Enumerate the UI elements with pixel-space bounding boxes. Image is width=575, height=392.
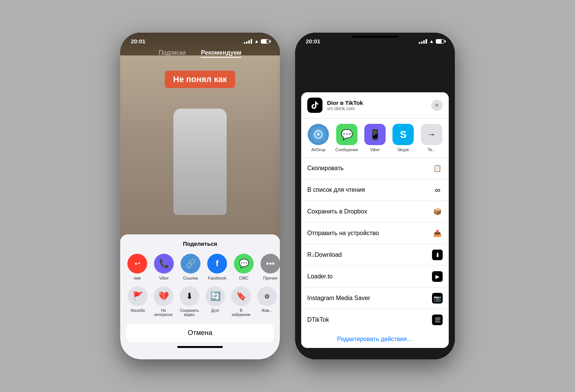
status-bar-left: 20:01 ▲ — [120, 33, 280, 47]
action-not-interested[interactable]: 💔 Не интересно — [154, 286, 173, 317]
menu-send-device[interactable]: Отправить на устройство 📤 — [301, 223, 449, 244]
action-favorite[interactable]: 🔖 В избранное — [231, 286, 251, 317]
share-apps-row: ↩ ние 📞 Viber 🔗 Ссылка — [120, 251, 280, 284]
battery-icon-right — [436, 39, 444, 44]
favorite-label: В избранное — [231, 308, 251, 317]
ios-share-sheet: Dior в TikTok vm.tiktok.com ✕ AirDrop — [301, 92, 449, 348]
skype-label: Skype — [397, 147, 409, 152]
ios-app-skype[interactable]: S Skype — [391, 124, 416, 152]
ios-apps-row: AirDrop 💬 Сообщения 📱 Viber S — [301, 119, 449, 158]
facebook-label: Facebook — [208, 276, 226, 280]
share-app-facebook[interactable]: f Facebook — [204, 254, 230, 280]
video-area — [120, 33, 280, 253]
action-live[interactable]: ⚙ Жив... — [257, 286, 277, 317]
copy-icon: 📋 — [432, 163, 443, 174]
airdrop-label: AirDrop — [311, 147, 326, 152]
figure-overlay — [173, 109, 227, 215]
share-sheet-left: Поделиться ↩ ние 📞 Viber � — [120, 234, 280, 359]
ios-app-airdrop[interactable]: AirDrop — [306, 124, 331, 152]
dtiktok-label: DTikTok — [307, 316, 329, 323]
cut-app-label: ние — [134, 276, 141, 280]
send-device-icon: 📤 — [432, 228, 443, 239]
ios-app-more-cut[interactable]: → Te... — [419, 124, 444, 152]
not-interested-label: Не интересно — [154, 308, 173, 317]
cancel-button[interactable]: Отмена — [126, 324, 274, 342]
send-device-label: Отправить на устройство — [307, 230, 379, 237]
sms-label: СМС — [239, 276, 249, 280]
share-header: Dior в TikTok vm.tiktok.com ✕ — [301, 92, 449, 119]
nav-recommended[interactable]: Рекомендуем — [201, 49, 241, 58]
menu-loader-to[interactable]: Loader.to ▶ — [301, 266, 449, 288]
more-label: Прочее — [263, 276, 278, 280]
share-app-viber[interactable]: 📞 Viber — [151, 254, 177, 280]
tiktok-nav: Подписки Рекомендуем — [120, 49, 280, 58]
menu-copy[interactable]: Скопировать 📋 — [301, 158, 449, 179]
status-time-left: 20:01 — [131, 38, 145, 44]
share-app-title: Dior в TikTok — [327, 100, 427, 106]
close-button[interactable]: ✕ — [431, 100, 443, 111]
messages-label: Сообщения — [335, 147, 358, 152]
status-time-right: 20:01 — [306, 38, 320, 44]
home-indicator-left — [177, 346, 223, 348]
status-icons-left: ▲ — [244, 38, 269, 44]
rdownload-label: R↓Download — [307, 251, 342, 258]
loader-to-label: Loader.to — [307, 273, 333, 280]
share-app-sms[interactable]: 💬 СМС — [230, 254, 257, 280]
share-app-cut[interactable]: ↩ ние — [124, 254, 151, 280]
edit-actions[interactable]: Редактировать действия… — [301, 330, 449, 348]
instagram-saver-label: Instagram Media Saver — [307, 295, 370, 302]
menu-dropbox[interactable]: Сохранить в Dropbox 📦 — [301, 201, 449, 223]
battery-icon — [261, 39, 269, 44]
menu-dtiktok[interactable]: DTikTok 🎬 — [301, 309, 449, 330]
action-save-video[interactable]: ⬇ Сохранить видео — [179, 286, 199, 317]
ios-viber-label: Viber — [370, 147, 380, 152]
share-header-info: Dior в TikTok vm.tiktok.com — [327, 100, 427, 111]
nav-following[interactable]: Подписки — [159, 49, 186, 58]
menu-reading-list[interactable]: В список для чтения ∞ — [301, 179, 449, 201]
ios-app-viber[interactable]: 📱 Viber — [362, 124, 388, 152]
dropbox-icon: 📦 — [432, 206, 443, 217]
dtiktok-icon: 🎬 — [432, 315, 443, 325]
reading-icon: ∞ — [432, 185, 443, 195]
share-app-more[interactable]: ••• Прочее — [257, 254, 280, 280]
rdownload-icon: ⬇ — [432, 250, 443, 260]
menu-rdownload[interactable]: R↓Download ⬇ — [301, 244, 449, 266]
edit-actions-link[interactable]: Редактировать действия… — [337, 336, 413, 342]
loader-to-icon: ▶ — [432, 271, 443, 282]
duet-label: Дуэт — [211, 308, 219, 313]
live-label: Жив... — [262, 308, 272, 313]
share-title: Поделиться — [120, 234, 280, 251]
ios-app-messages[interactable]: 💬 Сообщения — [334, 124, 359, 152]
report-label: Жалоба — [130, 308, 145, 313]
status-icons-right: ▲ — [419, 38, 444, 44]
right-phone: 20:01 ▲ — [295, 33, 455, 359]
signal-icon — [244, 39, 252, 44]
status-bar-right: 20:01 ▲ — [295, 33, 455, 47]
left-phone: 20:01 ▲ Подписки Рекомендуем — [120, 33, 280, 359]
wifi-icon: ▲ — [254, 38, 259, 44]
more-cut-label: Te... — [427, 147, 435, 152]
share-actions-row: 🚩 Жалоба 💔 Не интересно ⬇ Сохранить виде… — [120, 284, 280, 321]
instagram-saver-icon: 📷 — [432, 293, 443, 303]
viber-label: Viber — [159, 276, 168, 280]
share-app-url: vm.tiktok.com — [327, 106, 427, 111]
menu-instagram-saver[interactable]: Instagram Media Saver 📷 — [301, 288, 449, 309]
copy-label: Скопировать — [307, 165, 344, 172]
video-title: Не понял как — [165, 71, 235, 88]
save-video-label: Сохранить видео — [179, 308, 199, 317]
wifi-icon-right: ▲ — [429, 38, 434, 44]
link-label: Ссылка — [183, 276, 198, 280]
action-report[interactable]: 🚩 Жалоба — [128, 286, 148, 317]
action-duet[interactable]: 🔄 Дуэт — [205, 286, 225, 317]
share-app-link[interactable]: 🔗 Ссылка — [177, 254, 204, 280]
tiktok-app-icon — [307, 98, 322, 113]
reading-list-label: В список для чтения — [307, 187, 365, 193]
dropbox-label: Сохранить в Dropbox — [307, 208, 367, 215]
signal-icon-right — [419, 39, 427, 44]
